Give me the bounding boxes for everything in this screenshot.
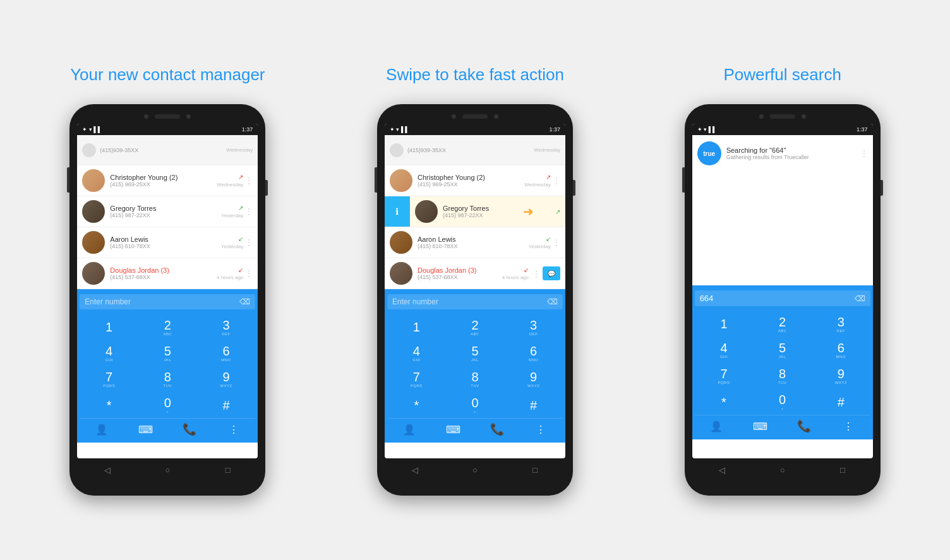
- dial-key-star-3[interactable]: *: [695, 389, 754, 415]
- status-bar-3: ✦ ▾ ▌▌ 1:37: [692, 124, 873, 135]
- contact-phone-aaron: (415) 610-78XX: [110, 243, 221, 249]
- backspace-icon[interactable]: ⌫: [239, 297, 250, 306]
- more-btn-douglas-2[interactable]: ⋮: [531, 268, 540, 279]
- dial-key-3-3[interactable]: 3DEF: [812, 311, 870, 337]
- dial-key-9[interactable]: 9WXYZ: [197, 366, 256, 392]
- contacts-icon-2[interactable]: 👤: [400, 424, 419, 436]
- dial-key-3-2[interactable]: 3DEF: [504, 314, 563, 340]
- section-title-3: Powerful search: [723, 64, 841, 86]
- dialer-input-1: Enter number ⌫: [80, 294, 255, 309]
- more-btn-christopher[interactable]: ⋮: [245, 176, 253, 185]
- call-icon-3[interactable]: 📞: [795, 419, 814, 433]
- more-btn-aaron-2[interactable]: ⋮: [553, 238, 560, 247]
- dial-key-1-2[interactable]: 1: [387, 314, 446, 340]
- avatar-douglas: [82, 262, 105, 285]
- phone-top-2: [385, 112, 565, 124]
- more-icon-3[interactable]: ⋮: [839, 420, 858, 432]
- home-button-2[interactable]: ○: [469, 463, 481, 476]
- volume-button: [67, 167, 69, 193]
- phone-top-3: [692, 112, 873, 124]
- contact-row-douglas-2: Douglas Jordan (3) (415) 537-68XX ↙ 4 ho…: [385, 258, 565, 289]
- more-icon[interactable]: ⋮: [224, 424, 243, 436]
- keyboard-icon[interactable]: ⌨: [136, 424, 155, 436]
- backspace-icon-2[interactable]: ⌫: [547, 297, 558, 306]
- search-result-text: Searching for "664" Gathering results fr…: [726, 146, 858, 160]
- dial-key-5-2[interactable]: 5JKL: [446, 340, 505, 366]
- phone-bottom-3: ◁ ○ □: [692, 458, 873, 479]
- swipe-arrow-icon: ➜: [523, 204, 534, 219]
- keyboard-icon-2[interactable]: ⌨: [443, 424, 462, 436]
- dial-key-6-2[interactable]: 6MNO: [504, 340, 563, 366]
- sms-button[interactable]: 💬: [543, 266, 560, 280]
- search-more-btn[interactable]: ⋮: [860, 149, 868, 158]
- dial-grid-1: 1 2ABC 3DEF 4GHI 5JKL 6MNO 7PQRS 8TUV 9W…: [80, 314, 255, 418]
- dial-key-2-2[interactable]: 2ABC: [446, 314, 505, 340]
- call-icon-2[interactable]: 📞: [488, 422, 507, 436]
- header-avatar: [82, 143, 96, 157]
- recent-button-1[interactable]: □: [222, 463, 234, 476]
- dial-key-8-3[interactable]: 8TUV: [753, 363, 812, 389]
- dial-key-0-2[interactable]: 0+: [446, 392, 505, 418]
- dial-key-star-2[interactable]: *: [387, 392, 446, 418]
- recent-button-2[interactable]: □: [529, 463, 541, 476]
- more-btn-christopher-2[interactable]: ⋮: [553, 176, 560, 185]
- contacts-icon-3[interactable]: 👤: [707, 420, 726, 432]
- dial-key-0-3[interactable]: 0+: [753, 389, 812, 415]
- dial-key-2-3[interactable]: 2ABC: [753, 311, 812, 337]
- home-button-3[interactable]: ○: [776, 463, 789, 476]
- more-btn-douglas[interactable]: ⋮: [245, 269, 253, 278]
- call-icon[interactable]: 📞: [180, 422, 199, 436]
- home-button-1[interactable]: ○: [161, 463, 174, 476]
- contacts-icon[interactable]: 👤: [92, 424, 111, 436]
- dial-key-star[interactable]: *: [80, 392, 138, 418]
- contact-phone-douglas-2: (415) 537-68XX: [418, 274, 502, 280]
- dial-key-2[interactable]: 2ABC: [138, 314, 197, 340]
- dial-key-6[interactable]: 6MNO: [197, 340, 256, 366]
- dial-key-0[interactable]: 0+: [138, 392, 197, 418]
- dial-key-8-2[interactable]: 8TUV: [446, 366, 505, 392]
- contact-list-1: (415)939-35XX Wednesday Christopher Youn…: [77, 135, 258, 289]
- dial-key-9-2[interactable]: 9WXYZ: [504, 366, 563, 392]
- dial-key-4[interactable]: 4GHI: [80, 340, 138, 366]
- contact-date-christopher-2: Wednesday: [524, 182, 551, 188]
- recent-button-3[interactable]: □: [836, 463, 849, 476]
- contact-name-aaron-2: Aaron Lewis: [418, 235, 529, 243]
- back-button-2[interactable]: ◁: [409, 463, 421, 476]
- status-bar-2: ✦ ▾ ▌▌ 1:37: [385, 124, 565, 135]
- dial-key-1[interactable]: 1: [80, 314, 138, 340]
- dial-key-hash-3[interactable]: #: [812, 389, 870, 415]
- dial-key-6-3[interactable]: 6MNO: [812, 337, 870, 363]
- contact-row-gregory-2: ℹ Gregory Torres (415) 987-22XX ➜ ↗: [385, 196, 565, 227]
- more-icon-2[interactable]: ⋮: [531, 424, 550, 436]
- avatar-aaron-2: [390, 231, 412, 254]
- status-left-3: ✦ ▾ ▌▌: [697, 126, 717, 133]
- dial-key-4-3[interactable]: 4GHI: [695, 337, 754, 363]
- dial-key-hash-2[interactable]: #: [504, 392, 563, 418]
- back-button-1[interactable]: ◁: [101, 463, 114, 476]
- contact-phone-christopher: (415) 969-25XX: [110, 181, 217, 188]
- more-btn-gregory[interactable]: ⋮: [245, 207, 253, 216]
- keyboard-icon-3[interactable]: ⌨: [751, 420, 770, 432]
- page-container: Your new contact manager ✦ ▾ ▌▌ 1:37: [14, 64, 936, 496]
- dial-key-7-2[interactable]: 7PQRS: [387, 366, 446, 392]
- status-time-2: 1:37: [549, 126, 560, 133]
- dial-key-hash[interactable]: #: [197, 392, 256, 418]
- backspace-icon-3[interactable]: ⌫: [855, 294, 865, 303]
- dialer-3: 664 ⌫ 1 2ABC 3DEF 4GHI 5JKL 6MNO 7PQRS 8…: [692, 285, 873, 439]
- avatar-aaron: [82, 231, 105, 254]
- dial-key-5-3[interactable]: 5JKL: [753, 337, 812, 363]
- dial-key-3[interactable]: 3DEF: [197, 314, 256, 340]
- dialer-placeholder-2: Enter number: [392, 297, 438, 306]
- dial-key-8[interactable]: 8TUV: [138, 366, 197, 392]
- power-button-3: [881, 180, 883, 196]
- dial-key-4-2[interactable]: 4GHI: [387, 340, 446, 366]
- volume-button-2: [375, 167, 377, 193]
- dial-key-1-3[interactable]: 1: [695, 311, 754, 337]
- search-result-item: true Searching for "664" Gathering resul…: [692, 135, 873, 172]
- dial-key-9-3[interactable]: 9WXYZ: [812, 363, 870, 389]
- more-btn-aaron[interactable]: ⋮: [245, 238, 253, 247]
- back-button-3[interactable]: ◁: [716, 463, 728, 476]
- dial-key-5[interactable]: 5JKL: [138, 340, 197, 366]
- dial-key-7-3[interactable]: 7PQRS: [695, 363, 754, 389]
- dial-key-7[interactable]: 7PQRS: [80, 366, 138, 392]
